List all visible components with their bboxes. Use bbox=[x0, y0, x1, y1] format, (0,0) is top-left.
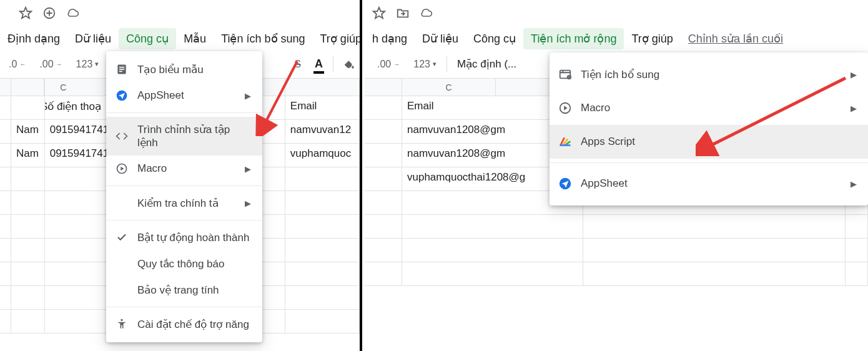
menu-label: Cài đặt chế độ trợ năng bbox=[137, 318, 251, 331]
svg-rect-4 bbox=[119, 69, 124, 70]
menu-spellcheck[interactable]: Kiểm tra chính tả ▶ bbox=[106, 190, 262, 216]
chevron-right-icon: ▶ bbox=[245, 91, 251, 101]
svg-marker-11 bbox=[373, 7, 385, 18]
svg-marker-15 bbox=[564, 106, 568, 110]
cell-email[interactable]: vuphamquoc bbox=[285, 144, 360, 167]
menu-help[interactable]: Trợ giúp bbox=[313, 28, 362, 49]
menu-label: Quy tắc thông báo bbox=[137, 257, 251, 270]
menubar: Định dạng Dữ liệu Công cụ Mẫu Tiện ích b… bbox=[0, 27, 360, 50]
menu-addons[interactable]: Tiện ích bổ sung bbox=[214, 28, 312, 49]
increase-decimal-button[interactable]: .00→ bbox=[36, 56, 66, 72]
chevron-right-icon: ▶ bbox=[851, 70, 857, 79]
menu-apps-script[interactable]: Apps Script bbox=[550, 125, 868, 159]
svg-point-9 bbox=[121, 319, 122, 321]
cell-phone[interactable]: 0915941741 bbox=[45, 120, 107, 144]
chevron-right-icon: ▶ bbox=[851, 179, 857, 189]
menu-forms[interactable]: Mẫu bbox=[176, 28, 214, 49]
col-header-c[interactable]: C bbox=[402, 79, 496, 96]
menu-label: Macro bbox=[137, 162, 236, 175]
separator bbox=[333, 56, 333, 72]
star-icon[interactable] bbox=[19, 6, 32, 20]
menu-tools[interactable]: Công cụ bbox=[466, 28, 523, 49]
code-icon bbox=[115, 129, 129, 143]
number-format-button[interactable]: 123▾ bbox=[72, 56, 103, 72]
menu-protect-sheet[interactable]: Bảo vệ trang tính bbox=[106, 277, 262, 303]
cell-gender[interactable]: Nam bbox=[11, 120, 45, 144]
menu-data[interactable]: Dữ liệu bbox=[67, 28, 119, 49]
menu-label: Tạo biểu mẫu bbox=[137, 63, 251, 76]
separator bbox=[446, 56, 447, 72]
svg-marker-8 bbox=[121, 167, 124, 171]
menu-autocomplete[interactable]: Bật tự động hoàn thành bbox=[106, 224, 262, 250]
cell-email-header[interactable]: Email bbox=[285, 96, 360, 120]
cell-email[interactable]: namvuvan12 bbox=[285, 120, 360, 144]
col-header-e[interactable] bbox=[285, 79, 360, 96]
menu-tools[interactable]: Công cụ bbox=[119, 28, 176, 49]
menu-label: AppSheet bbox=[137, 89, 236, 102]
tools-dropdown: Tạo biểu mẫu AppSheet ▶ Trình chỉnh sửa … bbox=[106, 51, 262, 342]
menu-data[interactable]: Dữ liệu bbox=[415, 28, 466, 49]
increase-decimal-button[interactable]: .00→ bbox=[373, 56, 403, 72]
menu-label: Macro bbox=[581, 102, 842, 114]
menu-appsheet[interactable]: AppSheet ▶ bbox=[550, 167, 868, 200]
chevron-right-icon: ▶ bbox=[245, 199, 251, 208]
col-header[interactable] bbox=[11, 79, 45, 96]
star-icon[interactable] bbox=[372, 6, 386, 20]
accessibility-icon bbox=[115, 317, 129, 331]
last-edit-link[interactable]: Chỉnh sửa lần cuối bbox=[681, 28, 791, 49]
separator bbox=[106, 307, 262, 307]
extensions-dropdown: Tiện ích bổ sung ▶ Macro ▶ Apps Script A… bbox=[550, 52, 868, 205]
text-color-button[interactable]: A bbox=[311, 55, 327, 73]
menubar: h dạng Dữ liệu Công cụ Tiện ích mở rộng … bbox=[365, 27, 868, 50]
title-icons bbox=[0, 0, 360, 27]
col-spacer bbox=[365, 79, 402, 96]
cloud-icon[interactable] bbox=[66, 6, 80, 20]
font-family-select[interactable]: Mặc định (... bbox=[453, 55, 520, 73]
menu-help[interactable]: Trợ giúp bbox=[624, 28, 680, 49]
col-header-c[interactable]: C bbox=[44, 79, 107, 96]
fill-color-button[interactable] bbox=[340, 56, 360, 73]
separator bbox=[550, 162, 868, 163]
menu-macro[interactable]: Macro ▶ bbox=[550, 91, 868, 125]
form-icon bbox=[115, 62, 129, 76]
menu-macro[interactable]: Macro ▶ bbox=[106, 156, 262, 182]
decrease-decimal-button[interactable]: .0← bbox=[5, 56, 29, 72]
menu-script-editor[interactable]: Trình chỉnh sửa tập lệnh bbox=[106, 117, 262, 156]
appsheet-icon bbox=[115, 89, 129, 102]
appsheet-icon bbox=[558, 177, 572, 190]
menu-extensions[interactable]: Tiện ích mở rộng bbox=[523, 28, 624, 49]
addons-icon bbox=[558, 67, 572, 81]
cell-phone[interactable]: 0915941741 bbox=[45, 144, 107, 167]
menu-label: Trình chỉnh sửa tập lệnh bbox=[137, 123, 251, 149]
check-icon bbox=[115, 230, 129, 244]
menu-label: AppSheet bbox=[581, 177, 842, 190]
menu-format[interactable]: Định dạng bbox=[0, 28, 67, 49]
svg-marker-0 bbox=[20, 7, 31, 18]
cell-phone-header[interactable]: Số điện thoạ bbox=[45, 96, 107, 120]
menu-format[interactable]: h dạng bbox=[365, 28, 415, 49]
menu-create-form[interactable]: Tạo biểu mẫu bbox=[106, 56, 262, 82]
number-format-button[interactable]: 123▾ bbox=[410, 56, 440, 72]
svg-rect-5 bbox=[119, 71, 122, 72]
svg-rect-3 bbox=[119, 67, 124, 68]
menu-addons[interactable]: Tiện ích bổ sung ▶ bbox=[550, 57, 868, 91]
rowhdr-corner bbox=[0, 79, 11, 96]
menu-label: Kiểm tra chính tả bbox=[137, 197, 236, 210]
separator bbox=[106, 185, 262, 186]
strikethrough-button[interactable]: S bbox=[290, 56, 305, 72]
move-to-drive-icon[interactable] bbox=[396, 6, 410, 20]
record-icon bbox=[558, 101, 572, 115]
move-icon[interactable] bbox=[42, 6, 56, 20]
cell-gender[interactable]: Nam bbox=[11, 144, 45, 167]
menu-appsheet[interactable]: AppSheet ▶ bbox=[106, 82, 262, 109]
record-icon bbox=[115, 162, 129, 176]
apps-script-icon bbox=[558, 135, 572, 149]
cloud-icon[interactable] bbox=[420, 6, 433, 20]
menu-label: Bảo vệ trang tính bbox=[137, 284, 251, 297]
menu-notification-rules[interactable]: Quy tắc thông báo bbox=[106, 250, 262, 277]
cell[interactable] bbox=[11, 96, 45, 120]
menu-label: Bật tự động hoàn thành bbox=[137, 231, 251, 244]
menu-accessibility[interactable]: Cài đặt chế độ trợ năng bbox=[106, 311, 262, 337]
menu-label: Tiện ích bổ sung bbox=[581, 68, 842, 81]
title-icons bbox=[365, 0, 868, 27]
